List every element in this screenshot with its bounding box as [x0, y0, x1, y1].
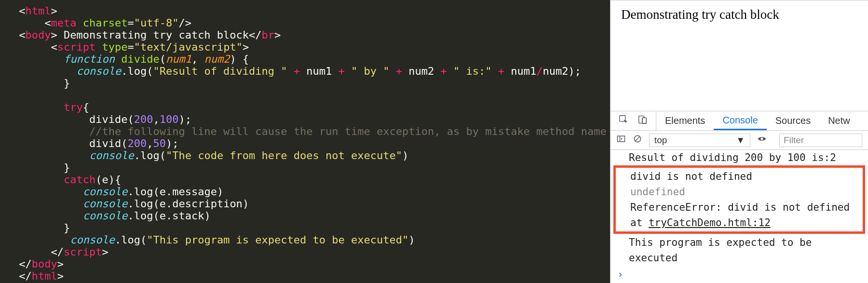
chevron-down-icon: ▼	[736, 135, 745, 146]
filter-input[interactable]: Filter	[779, 134, 862, 147]
tab-network[interactable]: Netw	[819, 111, 859, 130]
tag-meta: meta	[51, 17, 76, 29]
code-editor: <html> <meta charset="utf-8"/> <body> De…	[0, 0, 610, 283]
svg-rect-2	[642, 118, 646, 123]
tag-script: script	[57, 41, 95, 53]
context-value: top	[654, 135, 667, 146]
page-content: Demonstrating try catch block	[610, 0, 868, 111]
kw-catch: catch	[64, 174, 95, 186]
context-selector[interactable]: top ▼	[649, 134, 750, 147]
console-toolbar: top ▼ Filter	[610, 131, 868, 150]
inspect-icon[interactable]	[618, 114, 629, 127]
console-output[interactable]: Result of dividing 200 by 100 is:2 divid…	[610, 150, 868, 283]
log-reference-error: ReferenceError: divid is not defined	[616, 200, 863, 215]
clear-console-icon[interactable]	[633, 134, 642, 146]
code-comment: //the following line will cause the run …	[89, 125, 664, 137]
log-undefined: undefined	[616, 184, 863, 200]
log-line: Result of dividing 200 by 100 is:2	[610, 150, 868, 165]
page-text: Demonstrating try catch block	[621, 7, 779, 22]
log-stack-line: at tryCatchDemo.html:12	[616, 215, 863, 230]
error-highlight: divid is not defined undefined Reference…	[613, 165, 865, 234]
devtools-panel: Elements Console Sources Netw top ▼ Filt…	[610, 111, 868, 283]
stack-link[interactable]: tryCatchDemo.html:12	[649, 217, 771, 229]
svg-point-6	[761, 138, 763, 140]
browser-pane: Demonstrating try catch block Elements C…	[610, 0, 868, 283]
console-prompt[interactable]: ›	[610, 266, 868, 283]
kw-function: function	[64, 53, 115, 65]
tag-html: html	[26, 5, 51, 17]
tab-elements[interactable]: Elements	[656, 111, 714, 130]
tab-console[interactable]: Console	[714, 111, 766, 130]
tag-body: body	[26, 29, 51, 41]
devtools-tabs: Elements Console Sources Netw	[610, 111, 868, 131]
log-error-message: divid is not defined	[616, 169, 863, 184]
kw-try: try	[64, 101, 83, 113]
device-toggle-icon[interactable]	[637, 114, 648, 127]
console-sidebar-toggle-icon[interactable]	[616, 134, 626, 146]
log-line: This program is expected to be executed	[610, 235, 868, 266]
live-expression-icon[interactable]	[757, 134, 767, 146]
code-block: <html> <meta charset="utf-8"/> <body> De…	[0, 5, 610, 282]
tab-sources[interactable]: Sources	[767, 111, 819, 130]
